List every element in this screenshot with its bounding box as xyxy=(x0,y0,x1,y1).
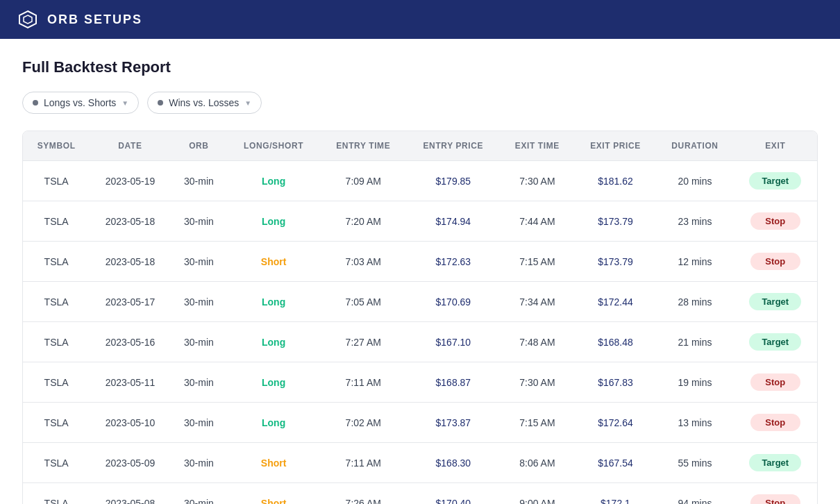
cell-entry-time: 7:05 AM xyxy=(320,282,406,322)
svg-marker-2 xyxy=(24,15,32,24)
longs-vs-shorts-filter[interactable]: Longs vs. Shorts ▼ xyxy=(22,92,139,114)
col-date: DATE xyxy=(90,131,171,161)
wins-vs-losses-filter[interactable]: Wins vs. Losses ▼ xyxy=(147,92,262,114)
exit-badge: Stop xyxy=(750,373,800,391)
cell-entry-time: 7:02 AM xyxy=(320,403,406,443)
cell-entry-price: $173.87 xyxy=(406,403,500,443)
logo-icon xyxy=(17,8,39,31)
col-entry-price: ENTRY PRICE xyxy=(406,131,500,161)
col-exit-price: EXIT PRICE xyxy=(575,131,657,161)
cell-orb: 30-min xyxy=(171,362,227,403)
table-row: TSLA 2023-05-18 30-min Short 7:03 AM $17… xyxy=(23,242,817,282)
table-header-row: SYMBOL DATE ORB LONG/SHORT ENTRY TIME EN… xyxy=(23,131,817,161)
cell-exit: Stop xyxy=(734,242,817,282)
backtest-table: SYMBOL DATE ORB LONG/SHORT ENTRY TIME EN… xyxy=(23,131,817,504)
cell-exit-price: $172.64 xyxy=(575,403,657,443)
cell-exit-time: 7:48 AM xyxy=(500,322,574,362)
cell-exit: Stop xyxy=(734,483,817,505)
cell-exit: Stop xyxy=(734,362,817,403)
cell-duration: 23 mins xyxy=(656,201,733,242)
cell-exit-price: $173.79 xyxy=(575,201,657,242)
cell-duration: 21 mins xyxy=(656,322,733,362)
cell-orb: 30-min xyxy=(171,322,227,362)
cell-duration: 28 mins xyxy=(656,282,733,322)
cell-orb: 30-min xyxy=(171,483,227,505)
cell-symbol: TSLA xyxy=(23,443,90,483)
cell-duration: 20 mins xyxy=(656,161,733,201)
exit-badge: Target xyxy=(749,454,801,471)
backtest-table-wrapper: SYMBOL DATE ORB LONG/SHORT ENTRY TIME EN… xyxy=(22,131,818,504)
table-row: TSLA 2023-05-09 30-min Short 7:11 AM $16… xyxy=(23,443,817,483)
filter-dot-1 xyxy=(33,100,38,106)
cell-exit-time: 7:15 AM xyxy=(500,403,574,443)
cell-exit-price: $172.44 xyxy=(575,282,657,322)
col-symbol: SYMBOL xyxy=(23,131,90,161)
cell-exit: Target xyxy=(734,282,817,322)
table-row: TSLA 2023-05-17 30-min Long 7:05 AM $170… xyxy=(23,282,817,322)
app-header: ORB SETUPS xyxy=(0,0,840,39)
exit-badge: Target xyxy=(749,293,801,310)
cell-entry-price: $170.69 xyxy=(406,282,500,322)
exit-badge: Stop xyxy=(750,494,800,504)
chevron-down-icon-2: ▼ xyxy=(244,99,251,107)
cell-duration: 55 mins xyxy=(656,443,733,483)
filter-dot-2 xyxy=(158,100,163,106)
cell-entry-time: 7:09 AM xyxy=(320,161,406,201)
col-orb: ORB xyxy=(171,131,227,161)
cell-exit-price: $181.62 xyxy=(575,161,657,201)
cell-entry-time: 7:27 AM xyxy=(320,322,406,362)
cell-entry-price: $174.94 xyxy=(406,201,500,242)
app-title: ORB SETUPS xyxy=(47,12,142,27)
cell-exit: Stop xyxy=(734,201,817,242)
table-row: TSLA 2023-05-08 30-min Short 7:26 AM $17… xyxy=(23,483,817,505)
cell-entry-time: 7:03 AM xyxy=(320,242,406,282)
table-row: TSLA 2023-05-11 30-min Long 7:11 AM $168… xyxy=(23,362,817,403)
table-row: TSLA 2023-05-19 30-min Long 7:09 AM $179… xyxy=(23,161,817,201)
cell-long-short: Long xyxy=(227,161,320,201)
cell-duration: 12 mins xyxy=(656,242,733,282)
cell-date: 2023-05-18 xyxy=(90,201,171,242)
cell-date: 2023-05-09 xyxy=(90,443,171,483)
col-duration: DURATION xyxy=(656,131,733,161)
exit-badge: Stop xyxy=(750,212,800,230)
cell-long-short: Long xyxy=(227,403,320,443)
cell-long-short: Long xyxy=(227,201,320,242)
cell-date: 2023-05-16 xyxy=(90,322,171,362)
cell-exit-price: $173.79 xyxy=(575,242,657,282)
cell-exit-time: 7:34 AM xyxy=(500,282,574,322)
table-row: TSLA 2023-05-18 30-min Long 7:20 AM $174… xyxy=(23,201,817,242)
cell-exit-time: 8:06 AM xyxy=(500,443,574,483)
cell-exit-time: 9:00 AM xyxy=(500,483,574,505)
cell-orb: 30-min xyxy=(171,443,227,483)
cell-symbol: TSLA xyxy=(23,242,90,282)
cell-entry-time: 7:20 AM xyxy=(320,201,406,242)
cell-exit-price: $167.54 xyxy=(575,443,657,483)
table-row: TSLA 2023-05-16 30-min Long 7:27 AM $167… xyxy=(23,322,817,362)
cell-exit: Target xyxy=(734,322,817,362)
cell-entry-time: 7:26 AM xyxy=(320,483,406,505)
cell-symbol: TSLA xyxy=(23,403,90,443)
cell-long-short: Short xyxy=(227,443,320,483)
col-long-short: LONG/SHORT xyxy=(227,131,320,161)
cell-exit: Target xyxy=(734,161,817,201)
filter-label-1: Longs vs. Shorts xyxy=(44,97,116,108)
cell-date: 2023-05-10 xyxy=(90,403,171,443)
cell-symbol: TSLA xyxy=(23,282,90,322)
cell-symbol: TSLA xyxy=(23,483,90,505)
cell-exit-price: $167.83 xyxy=(575,362,657,403)
cell-exit: Stop xyxy=(734,403,817,443)
cell-entry-price: $168.87 xyxy=(406,362,500,403)
cell-exit-time: 7:44 AM xyxy=(500,201,574,242)
table-row: TSLA 2023-05-10 30-min Long 7:02 AM $173… xyxy=(23,403,817,443)
exit-badge: Stop xyxy=(750,414,800,431)
cell-duration: 94 mins xyxy=(656,483,733,505)
cell-orb: 30-min xyxy=(171,201,227,242)
cell-exit-time: 7:30 AM xyxy=(500,161,574,201)
cell-orb: 30-min xyxy=(171,403,227,443)
cell-exit-time: 7:30 AM xyxy=(500,362,574,403)
cell-duration: 13 mins xyxy=(656,403,733,443)
cell-long-short: Short xyxy=(227,242,320,282)
cell-long-short: Long xyxy=(227,362,320,403)
exit-badge: Target xyxy=(749,333,801,351)
cell-orb: 30-min xyxy=(171,161,227,201)
